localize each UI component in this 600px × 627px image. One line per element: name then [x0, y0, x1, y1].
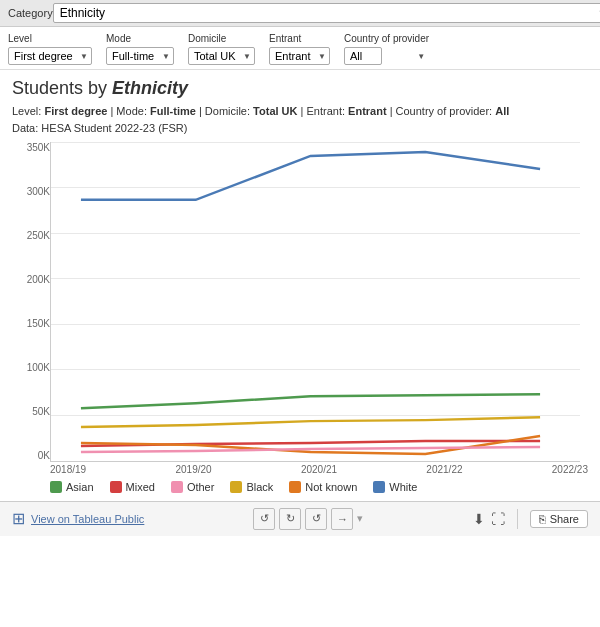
legend-item-other: Other: [171, 481, 215, 493]
filter-group-entrant: Entrant Entrant: [269, 33, 330, 65]
download-button[interactable]: ⬇: [473, 511, 485, 527]
y-label-350k: 350K: [27, 142, 50, 153]
legend-label-not-known: Not known: [305, 481, 357, 493]
line-black: [81, 417, 540, 427]
filter-select-wrap-country: All: [344, 46, 429, 65]
filter-group-country: Country of provider All: [344, 33, 429, 65]
x-label-2019: 2019/20: [175, 464, 211, 475]
filter-select-domicile[interactable]: Total UK: [188, 47, 255, 65]
filter-select-wrap-domicile: Total UK: [188, 46, 255, 65]
legend-color-not-known: [289, 481, 301, 493]
main-content: Students by Ethnicity Level: First degre…: [0, 70, 600, 497]
filter-group-mode: Mode Full-time: [106, 33, 174, 65]
chart-subtitle: Level: First degree | Mode: Full-time | …: [12, 103, 588, 120]
filter-label-country: Country of provider: [344, 33, 429, 44]
x-label-2022: 2022/23: [552, 464, 588, 475]
filter-select-wrap-level: First degree: [8, 46, 92, 65]
legend-item-mixed: Mixed: [110, 481, 155, 493]
legend-color-white: [373, 481, 385, 493]
legend-color-other: [171, 481, 183, 493]
rewind-button[interactable]: ↺: [305, 508, 327, 530]
filter-label-level: Level: [8, 33, 92, 44]
y-label-50k: 50K: [32, 406, 50, 417]
category-select[interactable]: Ethnicity: [53, 3, 600, 23]
nav-separator: ▾: [357, 512, 363, 525]
footer-left: ⊞ View on Tableau Public: [12, 509, 144, 528]
filter-group-level: Level First degree: [8, 33, 92, 65]
undo-button[interactable]: ↺: [253, 508, 275, 530]
line-white: [81, 151, 540, 199]
filter-label-domicile: Domicile: [188, 33, 255, 44]
chart-title-prefix: Students by: [12, 78, 112, 98]
footer-nav: ↺ ↻ ↺ → ▾: [253, 508, 363, 530]
legend-color-mixed: [110, 481, 122, 493]
x-label-2018: 2018/19: [50, 464, 86, 475]
footer: ⊞ View on Tableau Public ↺ ↻ ↺ → ▾ ⬇ ⛶ ⎘…: [0, 501, 600, 536]
y-label-100k: 100K: [27, 362, 50, 373]
filter-select-wrap-mode: Full-time: [106, 46, 174, 65]
legend-label-other: Other: [187, 481, 215, 493]
y-label-200k: 200K: [27, 274, 50, 285]
filter-group-domicile: Domicile Total UK: [188, 33, 255, 65]
legend-label-mixed: Mixed: [126, 481, 155, 493]
chart-title-emphasis: Ethnicity: [112, 78, 188, 98]
legend-item-white: White: [373, 481, 417, 493]
legend: Asian Mixed Other Black Not known White: [12, 475, 588, 493]
legend-label-asian: Asian: [66, 481, 94, 493]
filter-select-entrant[interactable]: Entrant: [269, 47, 330, 65]
y-label-250k: 250K: [27, 230, 50, 241]
share-button[interactable]: ⎘ Share: [530, 510, 588, 528]
y-label-0k: 0K: [38, 450, 50, 461]
legend-color-black: [230, 481, 242, 493]
chart-plot-area: [50, 142, 580, 462]
filter-select-country[interactable]: All: [344, 47, 382, 65]
chart-title: Students by Ethnicity: [12, 78, 588, 99]
share-icon: ⎘: [539, 513, 546, 525]
chart-svg: [51, 142, 580, 461]
filter-label-entrant: Entrant: [269, 33, 330, 44]
legend-item-black: Black: [230, 481, 273, 493]
line-asian: [81, 394, 540, 408]
filter-select-mode[interactable]: Full-time: [106, 47, 174, 65]
filter-select-level[interactable]: First degree: [8, 47, 92, 65]
footer-right: ⬇ ⛶ ⎘ Share: [473, 509, 588, 529]
fullscreen-button[interactable]: ⛶: [491, 511, 505, 527]
share-label: Share: [550, 513, 579, 525]
footer-icons: ⬇ ⛶: [473, 511, 505, 527]
legend-item-asian: Asian: [50, 481, 94, 493]
legend-label-white: White: [389, 481, 417, 493]
legend-label-black: Black: [246, 481, 273, 493]
x-label-2020: 2020/21: [301, 464, 337, 475]
filter-row: Level First degree Mode Full-time Domici…: [0, 27, 600, 70]
legend-item-not-known: Not known: [289, 481, 357, 493]
y-label-300k: 300K: [27, 186, 50, 197]
legend-color-asian: [50, 481, 62, 493]
category-label: Category: [8, 7, 53, 19]
tableau-link[interactable]: View on Tableau Public: [31, 513, 144, 525]
redo-button[interactable]: ↻: [279, 508, 301, 530]
category-select-wrapper: Ethnicity: [53, 3, 600, 23]
chart-data-note: Data: HESA Student 2022-23 (FSR): [12, 122, 588, 134]
category-bar: Category Ethnicity: [0, 0, 600, 27]
filter-select-wrap-entrant: Entrant: [269, 46, 330, 65]
forward-button[interactable]: →: [331, 508, 353, 530]
filter-label-mode: Mode: [106, 33, 174, 44]
tableau-icon: ⊞: [12, 509, 25, 528]
y-axis: 350K 300K 250K 200K 150K 100K 50K 0K: [12, 142, 50, 462]
x-axis: 2018/19 2019/20 2020/21 2021/22 2022/23: [12, 462, 588, 475]
x-label-2021: 2021/22: [426, 464, 462, 475]
footer-separator: [517, 509, 518, 529]
y-label-150k: 150K: [27, 318, 50, 329]
